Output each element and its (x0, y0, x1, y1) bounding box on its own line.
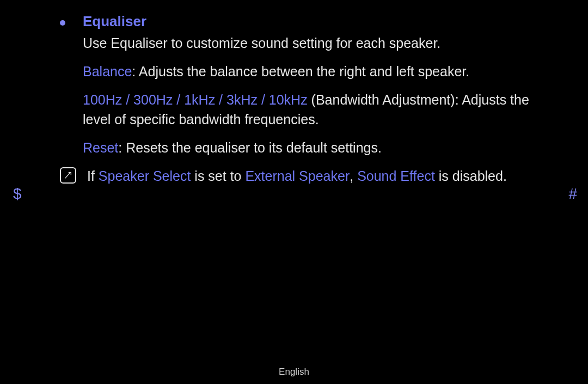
note-term-speaker-select: Speaker Select (99, 168, 191, 184)
balance-paragraph: Balance: Adjusts the balance between the… (83, 62, 561, 81)
footer-language: English (0, 367, 588, 377)
reset-label: Reset (83, 140, 118, 155)
note-icon (60, 167, 76, 184)
note-text: If Speaker Select is set to External Spe… (87, 166, 507, 186)
intro-text: Use Equaliser to customize sound setting… (83, 33, 561, 53)
note-end: is disabled. (435, 168, 507, 184)
balance-label: Balance (83, 64, 132, 79)
balance-text: : Adjusts the balance between the right … (132, 64, 469, 79)
bullet-icon (60, 20, 65, 26)
reset-text: : Resets the equaliser to its default se… (118, 140, 382, 155)
bandwidth-paragraph: 100Hz / 300Hz / 1kHz / 3kHz / 10kHz (Ban… (83, 90, 561, 129)
note-term-external-speaker: External Speaker (245, 168, 350, 184)
reset-paragraph: Reset: Resets the equaliser to its defau… (83, 138, 561, 157)
note-if: If (87, 168, 99, 184)
note-term-sound-effect: Sound Effect (357, 168, 435, 184)
section-title: Equaliser (83, 13, 146, 30)
paragraph-block: Use Equaliser to customize sound setting… (83, 33, 561, 157)
note-comma: , (350, 168, 357, 184)
note-row: If Speaker Select is set to External Spe… (60, 166, 561, 186)
note-mid1: is set to (191, 168, 245, 184)
bandwidth-label: 100Hz / 300Hz / 1kHz / 3kHz / 10kHz (83, 92, 308, 107)
nav-next[interactable]: # (568, 185, 577, 203)
nav-prev[interactable]: $ (13, 185, 22, 203)
heading-row: Equaliser (60, 13, 561, 30)
content-area: Equaliser Use Equaliser to customize sou… (60, 13, 561, 186)
